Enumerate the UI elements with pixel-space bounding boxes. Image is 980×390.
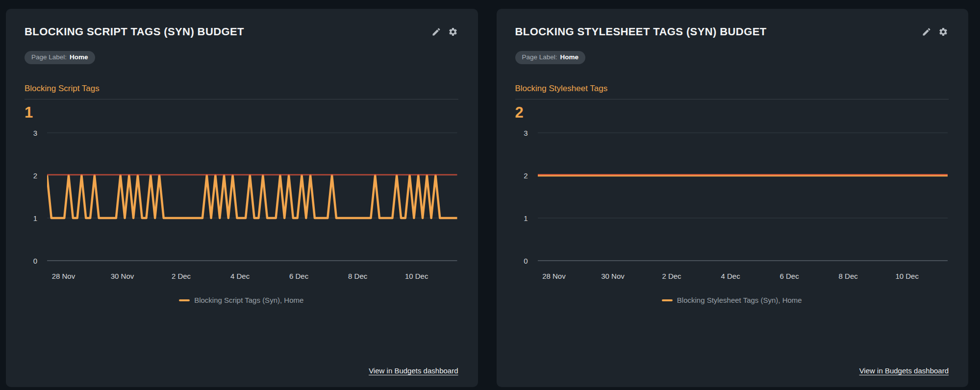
y-axis-label: 0 [515,256,528,265]
badge-value: Home [560,54,579,61]
card-footer: View in Budgets dashboard [25,357,458,375]
page-label-badge: Page Label: Home [515,51,586,64]
chart-plot-area[interactable] [47,128,457,266]
card-footer: View in Budgets dashboard [515,357,949,375]
metric-current-value: 1 [25,104,458,122]
settings-budget-button[interactable] [938,26,949,37]
legend-series-label: Blocking Stylesheet Tags (Syn), Home [677,296,802,304]
chart-plot-area[interactable] [538,128,948,266]
gear-icon [938,27,948,37]
y-axis-label: 3 [515,128,528,137]
x-axis: 28 Nov30 Nov2 Dec4 Dec6 Dec8 Dec10 Dec [538,266,948,284]
y-axis-label: 2 [25,171,37,179]
legend-series-swatch [179,299,190,301]
x-axis-label: 4 Dec [721,272,740,280]
page-label-badge: Page Label: Home [25,51,95,64]
x-axis-label: 2 Dec [662,272,681,280]
x-axis-label: 10 Dec [895,272,919,280]
card-title: BLOCKING STYLESHEET TAGS (SYN) BUDGET [515,25,767,38]
budget-card-blocking-stylesheet-tags: BLOCKING STYLESHEET TAGS (SYN) BUDGET Pa… [497,9,969,387]
legend-series-label: Blocking Script Tags (Syn), Home [194,296,303,304]
chart-legend: Blocking Stylesheet Tags (Syn), Home [515,296,949,304]
x-axis-label: 6 Dec [780,272,799,280]
badge-label: Page Label: [31,54,67,61]
view-in-budgets-dashboard-link[interactable]: View in Budgets dashboard [859,366,949,375]
card-title: BLOCKING SCRIPT TAGS (SYN) BUDGET [25,25,244,38]
chart-legend: Blocking Script Tags (Syn), Home [25,296,458,304]
y-axis-label: 0 [25,256,37,265]
y-axis-label: 1 [515,214,528,222]
y-axis-label: 3 [25,128,37,137]
pencil-icon [431,27,441,37]
x-axis-label: 28 Nov [52,272,75,280]
card-actions [431,26,458,37]
card-actions [921,26,949,37]
x-axis-label: 4 Dec [230,272,250,280]
edit-budget-button[interactable] [921,26,932,37]
x-axis-label: 6 Dec [289,272,308,280]
badge-label: Page Label: [522,54,557,61]
y-axis-label: 1 [25,214,37,222]
edit-budget-button[interactable] [431,26,442,37]
metric-name: Blocking Stylesheet Tags [515,84,949,99]
x-axis-label: 28 Nov [542,272,566,280]
budget-chart: 0123 [515,128,949,266]
x-axis-label: 8 Dec [348,272,367,280]
card-header: BLOCKING SCRIPT TAGS (SYN) BUDGET [25,25,458,38]
badge-value: Home [70,54,88,61]
settings-budget-button[interactable] [448,26,458,37]
gear-icon [448,27,458,37]
metric-current-value: 2 [515,104,949,122]
x-axis-label: 10 Dec [405,272,428,280]
view-in-budgets-dashboard-link[interactable]: View in Budgets dashboard [369,366,458,375]
card-header: BLOCKING STYLESHEET TAGS (SYN) BUDGET [515,25,949,38]
x-axis-label: 8 Dec [839,272,858,280]
x-axis-label: 30 Nov [111,272,134,280]
metric-name: Blocking Script Tags [25,84,458,99]
x-axis: 28 Nov30 Nov2 Dec4 Dec6 Dec8 Dec10 Dec [47,266,457,284]
pencil-icon [922,27,931,37]
x-axis-label: 2 Dec [172,272,191,280]
legend-series-swatch [662,299,673,301]
budget-card-blocking-script-tags: BLOCKING SCRIPT TAGS (SYN) BUDGET Page L… [6,9,478,387]
budget-chart: 0123 [25,128,458,266]
x-axis-label: 30 Nov [601,272,625,280]
y-axis-label: 2 [515,171,528,179]
